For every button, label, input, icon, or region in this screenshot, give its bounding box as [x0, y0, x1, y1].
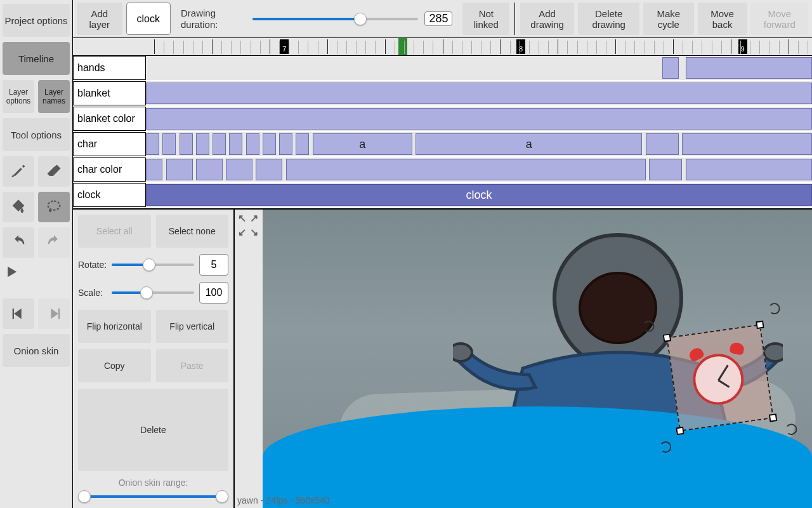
- scale-label: Scale:: [78, 288, 107, 298]
- drawing-canvas[interactable]: [263, 210, 812, 508]
- redo-icon[interactable]: [38, 227, 70, 258]
- layer-label[interactable]: blanket color: [73, 107, 146, 131]
- timeline: 7 8 9 hands blanket blanket color char a…: [73, 38, 812, 210]
- layer-label[interactable]: blanket: [73, 81, 146, 105]
- tool-options-panel: Select all Select none Rotate: 5 Scale: …: [73, 210, 235, 508]
- layer-label[interactable]: char: [73, 132, 146, 156]
- duration-label: Drawing duration:: [181, 8, 246, 30]
- keyframe-marker[interactable]: 9: [738, 39, 747, 54]
- keyframe-marker[interactable]: 7: [280, 39, 289, 54]
- delete-button[interactable]: Delete: [78, 389, 228, 471]
- onion-skin-range-label: Onion skin range:: [78, 478, 228, 488]
- resize-handle[interactable]: [663, 333, 672, 342]
- layer-label[interactable]: char color: [73, 157, 146, 182]
- onion-skin-range-slider[interactable]: [84, 495, 222, 498]
- selection-box[interactable]: [666, 324, 773, 431]
- resize-handle[interactable]: [676, 427, 684, 436]
- layer-options-button[interactable]: Layer options: [3, 80, 34, 113]
- resize-handle[interactable]: [756, 321, 764, 330]
- delete-drawing-button[interactable]: Delete drawing: [578, 3, 639, 35]
- svg-point-5: [764, 344, 783, 361]
- layer-track-hands[interactable]: [146, 56, 812, 80]
- layer-label[interactable]: clock: [73, 183, 146, 207]
- move-forward-button[interactable]: Move forward: [751, 3, 808, 35]
- layer-track-char[interactable]: a a: [146, 132, 812, 156]
- duration-value[interactable]: 285: [424, 11, 452, 26]
- onion-skin-button[interactable]: Onion skin: [3, 334, 70, 367]
- next-frame-icon[interactable]: [38, 298, 70, 329]
- undo-icon[interactable]: [3, 227, 34, 258]
- move-back-button[interactable]: Move back: [698, 3, 747, 35]
- canvas-area: ↖↗↙↘: [235, 210, 812, 508]
- playhead[interactable]: [398, 38, 407, 55]
- make-cycle-button[interactable]: Make cycle: [643, 3, 694, 35]
- flip-horizontal-button[interactable]: Flip horizontal: [78, 310, 151, 343]
- svg-rect-1: [13, 309, 14, 319]
- prev-frame-icon[interactable]: [3, 298, 34, 329]
- not-linked-button[interactable]: Not linked: [462, 3, 509, 35]
- rotate-value[interactable]: 5: [199, 254, 228, 276]
- eraser-icon[interactable]: [38, 156, 70, 187]
- add-layer-button[interactable]: Add layer: [77, 3, 122, 35]
- timeline-button[interactable]: Timeline: [3, 42, 70, 75]
- top-toolbar: Add layer clock Drawing duration: 285 No…: [73, 0, 812, 38]
- scale-value[interactable]: 100: [199, 282, 228, 304]
- fill-icon[interactable]: [3, 192, 34, 222]
- layer-track-blanket-color[interactable]: [146, 107, 812, 131]
- project-options-button[interactable]: Project options: [3, 4, 70, 37]
- select-all-button[interactable]: Select all: [78, 215, 151, 248]
- copy-button[interactable]: Copy: [78, 349, 151, 382]
- add-drawing-button[interactable]: Add drawing: [520, 3, 574, 35]
- tool-options-button[interactable]: Tool options: [3, 118, 70, 151]
- svg-point-3: [580, 273, 656, 343]
- layer-label[interactable]: hands: [73, 56, 146, 80]
- expand-icon[interactable]: ↖↗↙↘: [237, 212, 259, 234]
- layer-names-button[interactable]: Layer names: [38, 80, 70, 113]
- canvas-info: yawn - 24fps - 960x540: [237, 495, 330, 505]
- current-layer-chip[interactable]: clock: [126, 3, 171, 35]
- layer-track-blanket[interactable]: [146, 81, 812, 105]
- svg-point-0: [49, 210, 52, 213]
- rotate-label: Rotate:: [78, 260, 107, 270]
- play-icon[interactable]: [3, 263, 70, 293]
- keyframe-marker[interactable]: 8: [516, 39, 525, 54]
- duration-slider[interactable]: [252, 18, 419, 20]
- scale-slider[interactable]: [112, 291, 194, 294]
- flip-vertical-button[interactable]: Flip vertical: [156, 310, 229, 343]
- brush-icon[interactable]: [3, 156, 34, 187]
- rotate-slider[interactable]: [112, 264, 194, 266]
- layer-track-clock[interactable]: clock: [146, 183, 812, 207]
- timeline-ruler[interactable]: 7 8 9: [73, 38, 812, 56]
- lasso-icon[interactable]: [38, 192, 70, 222]
- layer-track-char-color[interactable]: [146, 157, 812, 182]
- svg-point-4: [453, 344, 472, 361]
- paste-button[interactable]: Paste: [156, 349, 229, 382]
- sidebar: Project options Timeline Layer options L…: [0, 0, 73, 508]
- select-none-button[interactable]: Select none: [156, 215, 229, 248]
- resize-handle[interactable]: [769, 413, 778, 422]
- svg-rect-2: [58, 309, 60, 319]
